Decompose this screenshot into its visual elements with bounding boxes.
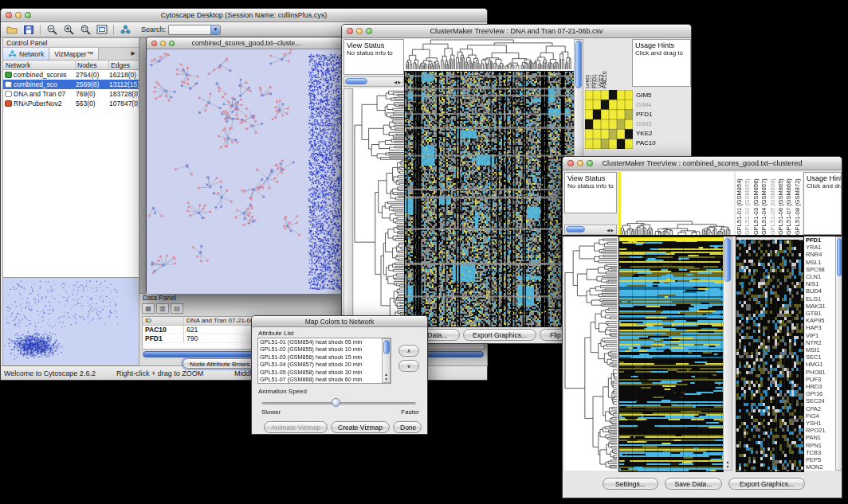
- gene-dendrogram[interactable]: [564, 236, 617, 471]
- minimize-button[interactable]: [15, 12, 22, 18]
- toolbar-separator: [113, 25, 114, 35]
- zoom-fit-icon[interactable]: [95, 24, 109, 36]
- zoom-button[interactable]: [169, 41, 175, 46]
- zoom-in-icon[interactable]: [61, 24, 76, 36]
- export-graphics-button[interactable]: Export Graphics...: [463, 329, 536, 341]
- export-graphics-button[interactable]: Export Graphics...: [728, 478, 805, 490]
- attribute-item[interactable]: GPL51-01 (GSM854) heat shock 05 min: [258, 338, 391, 346]
- move-up-button[interactable]: ∧: [398, 345, 419, 357]
- expression-heatmap[interactable]: [404, 71, 575, 327]
- scrollbar-arrows[interactable]: ◀▶: [394, 80, 402, 84]
- delete-attribute-icon[interactable]: ▤: [171, 303, 183, 314]
- scrollbar-thumb[interactable]: [837, 238, 842, 276]
- settings-button[interactable]: Settings...: [603, 478, 658, 490]
- main-window-titlebar[interactable]: Cytoscape Desktop (Session Name: collins…: [1, 9, 487, 22]
- network-row[interactable]: combined_sco2569(6)13112(15): [3, 80, 139, 89]
- scrollbar-arrows[interactable]: ▲▼: [724, 460, 732, 469]
- network-name: RNAPuberNov2: [14, 100, 76, 107]
- scrollbar-thumb[interactable]: [383, 340, 390, 354]
- close-button[interactable]: [347, 28, 353, 34]
- network-overview-icon[interactable]: [118, 24, 132, 36]
- treeview-combined-titlebar[interactable]: ClusterMaker TreeView : combined_scores_…: [563, 157, 842, 170]
- expression-heatmap[interactable]: [618, 236, 724, 472]
- close-button[interactable]: [567, 160, 574, 166]
- scrollbar-thumb[interactable]: [566, 226, 585, 232]
- attribute-list-label: Attribute List: [258, 330, 293, 337]
- create-vizmap-button[interactable]: Create Vizmap: [331, 421, 390, 433]
- attribute-item[interactable]: GPL51-05 (GSM858) heat shock 30 min: [258, 369, 391, 376]
- network-window-titlebar[interactable]: combined_scores_good.txt--cluste...: [147, 37, 346, 49]
- search-combobox[interactable]: ▼: [168, 25, 221, 35]
- global-x-scrollbar[interactable]: ◀▶: [564, 225, 617, 235]
- attribute-list-scrollbar[interactable]: ▲▼: [382, 338, 391, 383]
- attribute-item[interactable]: GPL51-04 (GSM857) heat shock 20 min: [258, 361, 391, 368]
- zoom-button[interactable]: [587, 160, 593, 166]
- treeview-combined-window: ClusterMaker TreeView : combined_scores_…: [562, 156, 842, 498]
- save-session-icon[interactable]: [22, 24, 36, 36]
- secondary-heatmap[interactable]: [736, 236, 804, 472]
- attribute-item[interactable]: GPL51-02 (GSM855) heat shock 10 min: [258, 346, 391, 353]
- control-panel-title: Control Panel: [3, 38, 139, 48]
- zoom-button[interactable]: [25, 12, 31, 18]
- network-row[interactable]: DNA and Tran 07769(0)183728(0): [3, 89, 139, 99]
- close-button[interactable]: [151, 41, 157, 46]
- scrollbar-arrows[interactable]: ◀▶: [607, 228, 614, 232]
- create-attribute-icon[interactable]: ▥: [156, 303, 169, 314]
- network-row[interactable]: combined_scores2764(0)16218(0): [3, 70, 139, 80]
- select-attributes-icon[interactable]: ▦: [142, 303, 155, 314]
- open-session-icon[interactable]: [5, 24, 19, 36]
- column-header-edges[interactable]: Edges: [109, 61, 139, 69]
- gene-dendrogram[interactable]: [354, 88, 404, 326]
- done-button[interactable]: Done: [393, 421, 422, 433]
- attribute-list[interactable]: GPL51-01 (GSM854) heat shock 05 minGPL51…: [257, 338, 391, 384]
- gene-label: RPO21: [804, 427, 835, 434]
- animate-vizmap-button[interactable]: Animate Vizmap: [264, 421, 328, 433]
- move-down-button[interactable]: ∨: [398, 360, 419, 372]
- close-button[interactable]: [6, 12, 12, 18]
- attribute-item[interactable]: GPL51-03 (GSM856) heat shock 15 min: [258, 354, 391, 361]
- column-header-nodes[interactable]: Nodes: [76, 61, 109, 69]
- combo-arrow-icon[interactable]: ▼: [210, 25, 220, 34]
- tab-overflow-icon[interactable]: ▶: [128, 48, 139, 60]
- tab-network[interactable]: Network: [3, 48, 49, 60]
- birdseye-view[interactable]: [3, 277, 139, 364]
- scrollbar-thumb[interactable]: [724, 238, 731, 282]
- heatmap-y-scrollbar[interactable]: ▲▼: [723, 236, 732, 471]
- gene-label: PHO81: [804, 369, 835, 376]
- scrollbar-arrows[interactable]: ▲▼: [383, 373, 390, 381]
- zoom-out-icon[interactable]: [45, 24, 59, 36]
- treeview-dna-title: ClusterMaker TreeView : DNA and Tran 07-…: [359, 27, 673, 35]
- gene-label: MON2: [804, 463, 835, 471]
- matrix-row-label: GIM3: [636, 119, 656, 129]
- gene-label: HMG1: [804, 361, 835, 368]
- network-table-header: Network Nodes Edges: [3, 61, 139, 70]
- column-dendrogram[interactable]: [404, 39, 573, 69]
- map-dialog-titlebar[interactable]: Map Colors to Network: [252, 316, 427, 327]
- zoom-button[interactable]: [366, 28, 372, 34]
- tab-vizmapper[interactable]: VizMapper™: [49, 48, 99, 60]
- network-row[interactable]: RNAPuberNov2563(0)107847(0): [3, 99, 139, 108]
- slider-thumb[interactable]: [332, 398, 340, 407]
- scrollbar-thumb[interactable]: [345, 78, 367, 84]
- attribute-item[interactable]: GPL51-07 (GSM868) heat shock 60 min: [258, 376, 391, 383]
- column-header-network[interactable]: Network: [3, 61, 76, 69]
- slower-label: Slower: [261, 408, 281, 416]
- global-x-scrollbar[interactable]: ◀▶: [344, 76, 404, 87]
- minimize-button[interactable]: [160, 41, 166, 46]
- dendrogram-scrollbar[interactable]: ▲▼: [344, 88, 353, 326]
- gene-list-scrollbar[interactable]: [835, 236, 842, 471]
- network-canvas[interactable]: [147, 49, 346, 294]
- column-header-id[interactable]: ID: [143, 317, 184, 325]
- treeview-dna-titlebar[interactable]: ClusterMaker TreeView : DNA and Tran 07-…: [342, 25, 691, 38]
- window-controls: [151, 41, 175, 46]
- correlation-matrix[interactable]: [585, 90, 633, 149]
- scrollbar-thumb[interactable]: [575, 41, 582, 88]
- zoom-selected-icon[interactable]: [78, 24, 92, 36]
- node-attribute-browser-button[interactable]: Node Attribute Brows...: [183, 358, 262, 369]
- minimize-button[interactable]: [577, 160, 583, 166]
- animation-speed-slider[interactable]: [261, 398, 416, 408]
- column-dendrogram[interactable]: [618, 221, 732, 235]
- save-data-button[interactable]: Save Data...: [665, 478, 722, 490]
- minimize-button[interactable]: [356, 28, 363, 34]
- gene-label: MAK31: [804, 303, 835, 310]
